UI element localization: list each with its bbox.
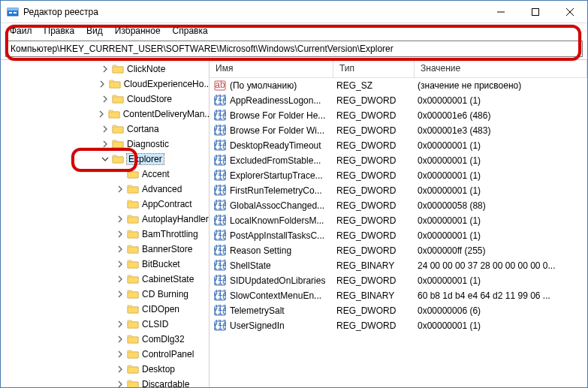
maximize-button[interactable] [518,1,553,23]
tree-expander-icon[interactable] [115,274,125,284]
value-data: 0x00000001 (1) [418,185,583,196]
tree-item[interactable]: Discardable [1,377,209,387]
tree-item[interactable]: BitBucket [1,257,209,272]
svg-text:110: 110 [214,246,226,257]
tree-expander-icon[interactable] [115,244,125,254]
value-data: 0x00000001 (1) [418,230,583,241]
tree-expander-icon[interactable] [115,364,125,374]
value-row[interactable]: ab(По умолчанию)REG_SZ(значение не присв… [210,78,587,93]
tree-expander-icon[interactable] [115,184,125,194]
value-row[interactable]: 011110Browse For Folder Wi...REG_DWORD0x… [210,123,587,138]
tree-item[interactable]: AppContract [1,197,209,212]
tree-expander-icon[interactable] [115,214,125,224]
tree-expander-icon[interactable] [115,334,125,344]
tree-item[interactable]: Advanced [1,182,209,197]
value-row[interactable]: 011110PostAppInstallTasksC...REG_DWORD0x… [210,228,587,243]
value-row[interactable]: 011110FirstRunTelemetryCo...REG_DWORD0x0… [210,183,587,198]
tree-item[interactable]: CIDOpen [1,302,209,317]
tree-expander-icon[interactable] [115,259,125,269]
tree-expander-icon[interactable] [115,199,125,209]
column-name[interactable]: Имя [210,60,333,77]
value-row[interactable]: 011110DesktopReadyTimeoutREG_DWORD0x0000… [210,138,587,153]
tree-expander-icon[interactable] [115,289,125,299]
value-type-icon: 011110 [214,140,226,152]
tree-expander-icon[interactable] [115,229,125,239]
tree-item[interactable]: BamThrottling [1,227,209,242]
tree-expander-icon[interactable] [115,319,125,329]
svg-text:110: 110 [214,276,226,287]
value-type: REG_DWORD [336,170,418,181]
address-input[interactable]: Компьютер\HKEY_CURRENT_USER\SOFTWARE\Mic… [5,41,583,57]
tree-item[interactable]: ComDlg32 [1,332,209,347]
tree-item[interactable]: ContentDeliveryMan... [1,107,209,122]
menu-file[interactable]: Файл [4,24,38,38]
value-type: REG_DWORD [336,95,418,106]
tree-item[interactable]: CloudExperienceHo... [1,77,209,92]
tree-item[interactable]: Accent [1,167,209,182]
value-row[interactable]: 011110TelemetrySaltREG_DWORD0x00000006 (… [210,303,587,318]
value-type-icon: 011110 [214,125,226,137]
tree-item-label: Cortana [127,124,159,134]
tree-expander-icon[interactable] [115,304,125,314]
menu-favorites[interactable]: Избранное [109,24,167,38]
minimize-button[interactable] [484,1,518,23]
value-type-icon: 011110 [214,260,226,272]
tree-item[interactable]: CLSID [1,317,209,332]
column-type[interactable]: Тип [333,60,415,77]
value-name: UserSignedIn [230,320,336,331]
tree-item[interactable]: BannerStore [1,242,209,257]
value-type-icon: 011110 [214,215,226,227]
tree-expander-icon[interactable] [100,139,110,149]
value-row[interactable]: 011110SlowContextMenuEn...REG_BINARY60 b… [210,288,587,303]
tree-item[interactable]: ClickNote [1,62,209,77]
tree-item[interactable]: Explorer [1,152,209,167]
tree-expander-icon[interactable] [96,109,106,119]
value-row[interactable]: 011110Browse For Folder He...REG_DWORD0x… [210,108,587,123]
tree-expander-icon[interactable] [97,79,107,89]
value-row[interactable]: 011110ExplorerStartupTrace...REG_DWORD0x… [210,168,587,183]
tree-item[interactable]: AutoplayHandler [1,212,209,227]
tree-item[interactable]: CD Burning [1,287,209,302]
value-row[interactable]: 011110AppReadinessLogon...REG_DWORD0x000… [210,93,587,108]
tree-item[interactable]: Cortana [1,122,209,137]
value-type: REG_SZ [336,80,418,91]
tree-item-label: AutoplayHandler [142,214,209,224]
close-button[interactable] [553,1,587,23]
value-name: (По умолчанию) [230,80,336,91]
value-type: REG_DWORD [336,155,418,166]
tree-item-label: ClickNote [127,64,165,74]
svg-rect-1 [8,8,18,11]
tree-item[interactable]: Diagnostic [1,137,209,152]
tree-expander-icon[interactable] [100,94,110,104]
value-type-icon: 011110 [214,200,226,212]
value-row[interactable]: 011110ShellStateREG_BINARY24 00 00 00 37… [210,258,587,273]
tree-item[interactable]: ControlPanel [1,347,209,362]
menu-edit[interactable]: Правка [38,24,81,38]
value-row[interactable]: 011110UserSignedInREG_DWORD0x00000001 (1… [210,318,587,333]
tree-expander-icon[interactable] [115,169,125,179]
folder-icon [127,333,139,345]
tree-item[interactable]: CabinetState [1,272,209,287]
value-row[interactable]: 011110ExcludedFromStable...REG_DWORD0x00… [210,153,587,168]
tree-expander-icon[interactable] [115,379,125,387]
value-row[interactable]: 011110LocalKnownFoldersM...REG_DWORD0x00… [210,213,587,228]
tree-item[interactable]: CloudStore [1,92,209,107]
window-controls [484,1,587,23]
tree-expander-icon[interactable] [100,154,110,164]
titlebar: Редактор реестра [1,1,587,23]
value-row[interactable]: 011110SIDUpdatedOnLibrariesREG_DWORD0x00… [210,273,587,288]
folder-icon [127,258,139,270]
addressbar-container: Компьютер\HKEY_CURRENT_USER\SOFTWARE\Mic… [1,38,587,59]
tree-pane[interactable]: ClickNoteCloudExperienceHo...CloudStoreC… [1,60,210,387]
tree-expander-icon[interactable] [115,349,125,359]
column-value[interactable]: Значение [415,60,587,77]
value-row[interactable]: 011110Reason SettingREG_DWORD0x000000ff … [210,243,587,258]
menu-view[interactable]: Вид [80,24,109,38]
tree-item[interactable]: Desktop [1,362,209,377]
tree-expander-icon[interactable] [100,124,110,134]
svg-text:110: 110 [214,231,226,242]
value-row[interactable]: 011110GlobalAssocChanged...REG_DWORD0x00… [210,198,587,213]
tree-expander-icon[interactable] [100,64,110,74]
menu-help[interactable]: Справка [167,24,214,38]
values-list[interactable]: ab(По умолчанию)REG_SZ(значение не присв… [210,78,587,387]
